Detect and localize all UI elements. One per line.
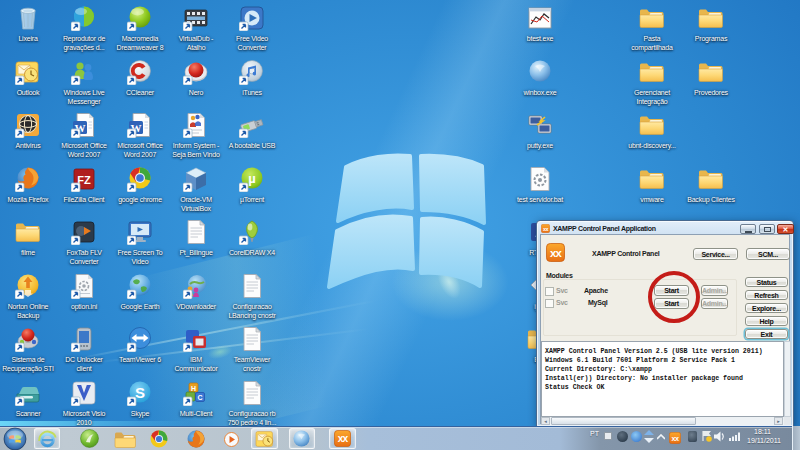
svg-text:xx: xx bbox=[338, 433, 349, 444]
svg-text:xx: xx bbox=[672, 434, 679, 443]
